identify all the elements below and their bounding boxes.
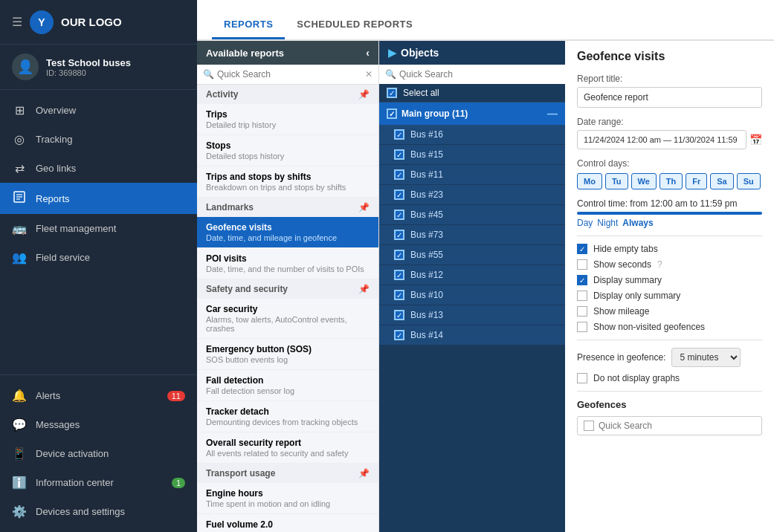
report-item-poi-visits[interactable]: POI visits Date, time, and the number of… — [197, 248, 378, 279]
display-only-summary-checkbox[interactable] — [577, 291, 587, 301]
bus-row-bus13[interactable]: ✓ Bus #13 — [379, 305, 565, 325]
time-tab-day[interactable]: Day — [577, 218, 593, 228]
select-all-checkbox[interactable]: ✓ — [387, 88, 397, 98]
geofence-search-input[interactable] — [599, 421, 755, 431]
bus55-checkbox[interactable]: ✓ — [394, 250, 404, 260]
bus-row-bus16[interactable]: ✓ Bus #16 — [379, 125, 565, 145]
sidebar-item-tracking[interactable]: ◎ Tracking — [0, 125, 197, 154]
do-not-display-graphs-label: Do not display graphs — [593, 373, 680, 383]
objects-list: ✓ Main group (11) — ✓ Bus #16 ✓ Bus #15 … — [379, 103, 565, 532]
main-group-row[interactable]: ✓ Main group (11) — — [379, 103, 565, 125]
tab-reports[interactable]: REPORTS — [212, 8, 285, 39]
help-icon[interactable]: ? — [657, 259, 662, 270]
sidebar-item-information-center[interactable]: ℹ️ Information center 1 — [0, 468, 197, 497]
tab-scheduled-reports[interactable]: SCHEDULED REPORTS — [285, 8, 425, 39]
reports-search-box: 🔍 ✕ — [197, 65, 378, 85]
bus16-checkbox[interactable]: ✓ — [394, 129, 404, 140]
day-sa[interactable]: Sa — [710, 173, 733, 189]
sidebar-item-messages[interactable]: 💬 Messages — [0, 410, 197, 439]
display-summary-checkbox[interactable]: ✓ — [577, 275, 587, 285]
bus15-checkbox[interactable]: ✓ — [394, 149, 404, 160]
checkbox-hide-empty-tabs[interactable]: ✓ Hide empty tabs — [577, 244, 762, 254]
checkbox-display-summary[interactable]: ✓ Display summary — [577, 275, 762, 285]
group-checkbox[interactable]: ✓ — [387, 108, 397, 119]
day-mo[interactable]: Mo — [577, 173, 602, 189]
sidebar-item-geo-links[interactable]: ⇄ Geo links — [0, 154, 197, 183]
bus-row-bus15[interactable]: ✓ Bus #15 — [379, 145, 565, 165]
hide-empty-tabs-checkbox[interactable]: ✓ — [577, 244, 587, 254]
report-item-fuel-volume[interactable]: Fuel volume 2.0 Fuel level and refueling… — [197, 514, 378, 532]
select-all-row[interactable]: ✓ Select all — [379, 84, 565, 103]
calendar-icon[interactable]: 📅 — [749, 134, 762, 146]
bus-row-bus11[interactable]: ✓ Bus #11 — [379, 165, 565, 185]
day-su[interactable]: Su — [737, 173, 761, 189]
report-item-car-security[interactable]: Car security Alarms, tow alerts, AutoCon… — [197, 299, 378, 339]
presence-select[interactable]: 5 minutes 10 minutes 15 minutes 30 minut… — [671, 348, 741, 367]
info-badge: 1 — [172, 478, 185, 488]
user-info[interactable]: 👤 Test School buses ID: 369880 — [0, 45, 197, 90]
sidebar-item-reports[interactable]: Reports — [0, 183, 197, 214]
bus45-checkbox[interactable]: ✓ — [394, 210, 404, 220]
time-slider[interactable] — [577, 212, 762, 215]
report-title-input[interactable] — [577, 87, 762, 108]
report-item-geofence-visits[interactable]: Geofence visits Date, time, and mileage … — [197, 217, 378, 248]
bus-row-bus10[interactable]: ✓ Bus #10 — [379, 285, 565, 305]
sidebar-item-fleet-management[interactable]: 🚌 Fleet management — [0, 214, 197, 243]
bus13-label: Bus #13 — [410, 310, 443, 320]
bus-row-bus45[interactable]: ✓ Bus #45 — [379, 205, 565, 225]
bus12-label: Bus #12 — [410, 270, 443, 280]
bus14-checkbox[interactable]: ✓ — [394, 330, 404, 340]
reports-search-input[interactable] — [217, 69, 362, 80]
checkbox-show-seconds[interactable]: Show seconds ? — [577, 259, 762, 270]
report-item-trips-stops-shifts[interactable]: Trips and stops by shifts Breakdown on t… — [197, 166, 378, 198]
objects-search-input[interactable] — [399, 69, 559, 80]
collapse-icon[interactable]: ‹ — [366, 47, 370, 59]
day-fr[interactable]: Fr — [686, 173, 707, 189]
checkbox-show-non-visited[interactable]: Show non-visited geofences — [577, 322, 762, 332]
checkbox-do-not-display-graphs[interactable]: Do not display graphs — [577, 373, 762, 383]
sidebar-item-label: Devices and settings — [36, 506, 125, 517]
day-we[interactable]: We — [631, 173, 657, 189]
checkbox-display-only-summary[interactable]: Display only summary — [577, 291, 762, 301]
bus11-checkbox[interactable]: ✓ — [394, 169, 404, 180]
report-title-label: Report title: — [577, 74, 762, 84]
report-item-emergency-button[interactable]: Emergency button (SOS) SOS button events… — [197, 339, 378, 370]
day-th[interactable]: Th — [659, 173, 683, 189]
bus13-checkbox[interactable]: ✓ — [394, 310, 404, 320]
bus-row-bus12[interactable]: ✓ Bus #12 — [379, 265, 565, 285]
sidebar-item-device-activation[interactable]: 📱 Device activation — [0, 439, 197, 468]
hamburger-icon[interactable]: ☰ — [12, 15, 22, 29]
bus-row-bus55[interactable]: ✓ Bus #55 — [379, 245, 565, 265]
report-item-stops[interactable]: Stops Detailed stops history — [197, 135, 378, 166]
show-seconds-checkbox[interactable] — [577, 259, 587, 270]
bus23-checkbox[interactable]: ✓ — [394, 189, 404, 200]
sidebar-item-field-service[interactable]: 👥 Field service — [0, 243, 197, 272]
report-item-fall-detection[interactable]: Fall detection Fall detection sensor log — [197, 370, 378, 401]
bus-row-bus23[interactable]: ✓ Bus #23 — [379, 185, 565, 205]
sidebar-item-devices-settings[interactable]: ⚙️ Devices and settings — [0, 497, 197, 526]
report-item-tracker-detach[interactable]: Tracker detach Demounting devices from t… — [197, 401, 378, 432]
sidebar-item-label: Field service — [36, 252, 90, 263]
do-not-display-graphs-checkbox[interactable] — [577, 373, 587, 383]
time-tab-always[interactable]: Always — [622, 218, 653, 228]
bus10-checkbox[interactable]: ✓ — [394, 290, 404, 300]
geofence-search-checkbox[interactable] — [584, 421, 594, 431]
checkbox-show-mileage[interactable]: Show mileage — [577, 306, 762, 317]
bus-row-bus14[interactable]: ✓ Bus #14 — [379, 325, 565, 346]
sidebar-item-alerts[interactable]: 🔔 Alerts 11 — [0, 381, 197, 410]
sidebar-item-overview[interactable]: ⊞ Overview — [0, 96, 197, 125]
report-item-overall-security[interactable]: Overall security report All events relat… — [197, 432, 378, 464]
date-range-input[interactable] — [577, 130, 746, 149]
show-mileage-checkbox[interactable] — [577, 306, 587, 317]
report-item-engine-hours[interactable]: Engine hours Time spent in motion and on… — [197, 483, 378, 514]
bus12-checkbox[interactable]: ✓ — [394, 270, 404, 280]
bus73-checkbox[interactable]: ✓ — [394, 230, 404, 240]
show-non-visited-checkbox[interactable] — [577, 322, 587, 332]
group-collapse-icon[interactable]: — — [547, 108, 558, 120]
bus10-label: Bus #10 — [410, 290, 443, 300]
day-tu[interactable]: Tu — [605, 173, 628, 189]
bus-row-bus73[interactable]: ✓ Bus #73 — [379, 225, 565, 245]
time-tab-night[interactable]: Night — [597, 218, 618, 228]
report-item-trips[interactable]: Trips Detailed trip history — [197, 104, 378, 135]
search-clear-icon[interactable]: ✕ — [365, 69, 373, 80]
